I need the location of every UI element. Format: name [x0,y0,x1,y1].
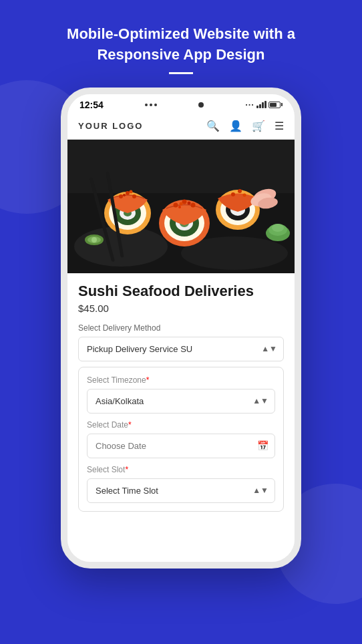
user-icon[interactable]: 👤 [229,120,242,132]
svg-point-42 [92,237,97,243]
date-input-wrapper: 📅 [87,434,275,458]
status-icons: ··· [245,100,283,110]
navbar: YOUR LOGO 🔍 👤 🛒 ☰ [67,113,295,140]
svg-point-24 [178,206,181,208]
camera [198,102,204,108]
slot-wrapper: Select Time Slot ▲▼ [87,478,275,503]
status-dots [145,104,157,106]
dot3 [154,104,157,106]
timezone-wrapper: Asia/Kolkata ▲▼ [87,389,275,414]
svg-point-20 [182,199,187,204]
svg-point-30 [238,189,242,193]
dot1 [145,104,148,106]
calendar-icon: 📅 [257,440,268,451]
timezone-label: Select Timezone* [87,375,275,385]
svg-point-22 [180,202,183,205]
form-section: Select Delivery Method Pickup Delivery S… [67,323,295,522]
dot2 [150,104,152,106]
delivery-method-wrapper: Pickup Delivery Service SU ▲▼ [78,337,284,361]
status-time: 12:54 [79,100,104,110]
menu-icon[interactable]: ☰ [275,120,284,132]
delivery-method-select[interactable]: Pickup Delivery Service SU [78,337,284,361]
slot-required: * [125,465,128,474]
search-icon[interactable]: 🔍 [206,120,220,132]
ellipsis-icon: ··· [245,100,254,110]
date-required: * [128,420,132,430]
svg-point-39 [272,224,284,232]
svg-point-19 [174,202,178,207]
page-header: Mobile-Optimized Website with a Responsi… [27,24,335,65]
svg-point-21 [191,202,196,207]
phone-frame: 12:54 ··· YOUR LOGO � [61,88,301,569]
battery-icon [268,102,283,108]
nav-icons: 🔍 👤 🛒 ☰ [206,120,284,132]
svg-point-10 [126,191,130,195]
svg-point-13 [123,194,126,196]
page-content: Sushi Seafood Deliveries $45.00 Select D… [67,140,295,562]
cart-icon[interactable]: 🛒 [252,120,265,132]
svg-point-23 [188,201,191,204]
date-label: Select Date* [87,420,275,430]
signal-icon [256,101,266,108]
slot-label: Select Slot* [87,465,275,474]
slot-select[interactable]: Select Time Slot [87,478,275,503]
product-info: Sushi Seafood Deliveries $45.00 [67,273,295,314]
svg-point-31 [243,193,246,196]
date-input[interactable] [87,434,275,458]
svg-point-29 [231,192,235,196]
timezone-box: Select Timezone* Asia/Kolkata ▲▼ Select … [78,367,284,512]
product-title: Sushi Seafood Deliveries [78,283,284,300]
header-underline [169,72,193,74]
delivery-method-label: Select Delivery Method [78,323,284,333]
food-image [67,140,295,273]
svg-point-12 [130,190,133,193]
svg-point-11 [132,194,136,198]
product-price: $45.00 [78,303,284,314]
timezone-required: * [146,375,150,385]
logo: YOUR LOGO [78,121,143,131]
status-bar: 12:54 ··· [67,94,295,113]
timezone-select[interactable]: Asia/Kolkata [87,389,275,414]
svg-point-9 [119,194,123,198]
